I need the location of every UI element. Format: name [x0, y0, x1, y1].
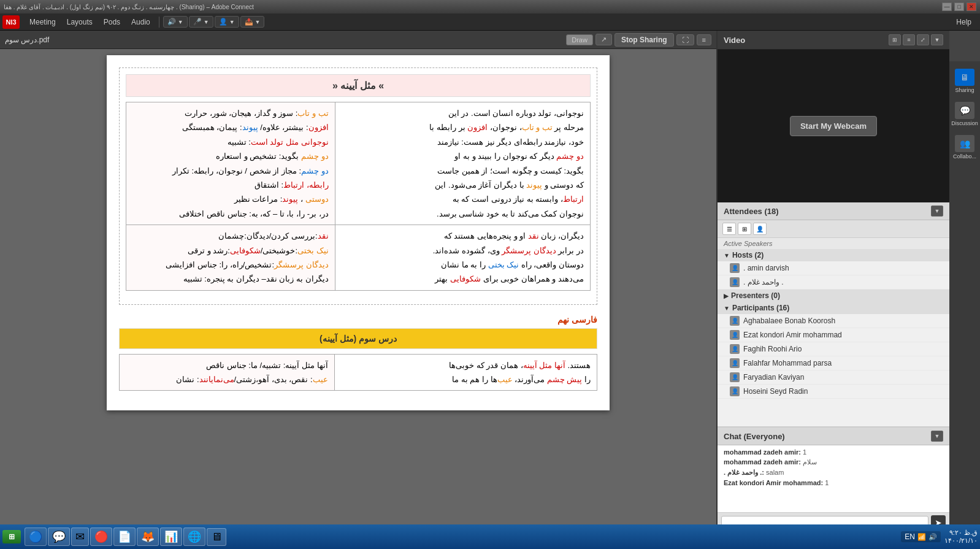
- taskbar-item-6[interactable]: 🦊: [137, 528, 159, 546]
- attendees-view-btn-2[interactable]: ⊞: [738, 223, 751, 235]
- avatar: 👤: [730, 386, 740, 396]
- person-toolbar-btn[interactable]: 👤 ▼: [215, 16, 239, 28]
- table-cell: آنها مثل آیینه: تشبیه/ ما: جناس ناقص عیب…: [120, 354, 335, 391]
- start-button[interactable]: ⊞: [2, 530, 21, 543]
- taskbar-item-5[interactable]: 📄: [113, 528, 136, 546]
- chat-sender: mohammad zadeh amir:: [724, 448, 801, 456]
- video-options-btn[interactable]: ▼: [931, 34, 943, 45]
- participant-name-6: Hoseini Seyd Radin: [743, 387, 808, 396]
- draw-button[interactable]: Draw: [566, 34, 593, 45]
- chat-text: salam: [766, 469, 784, 476]
- share-toolbar-btn[interactable]: 📤 ▼: [240, 16, 265, 28]
- participant-name-1: Aghabalaee Bonab Koorosh: [743, 317, 835, 325]
- avatar: 👤: [730, 277, 740, 287]
- video-expand-btn[interactable]: ⤢: [917, 34, 929, 45]
- start-webcam-button[interactable]: Start My Webcam: [790, 116, 877, 136]
- chat-message-4: Ezat kondori Amir mohammad: 1: [724, 479, 943, 486]
- pdf-filename: درس سوم.pdf: [5, 36, 564, 44]
- participant-item-2: 👤 Ezat kondori Amir mohammad: [718, 328, 949, 342]
- table-row: نوجوانی، تولد دوباره انسان است. در این م…: [126, 102, 591, 225]
- participant-name-3: Faghih Roohi Ario: [743, 345, 802, 353]
- taskbar-item-9[interactable]: 🖥: [207, 528, 226, 546]
- chat-messages: mohammad zadeh amir: 1 mohammad zadeh am…: [718, 445, 949, 512]
- right-icons-panel: 🖥 Sharing 💬 Discussion 👥 Collabo...: [949, 61, 980, 549]
- taskbar: ⊞ 🔵 💬 ✉ 🔴 📄 🦊 📊 🌐 🖥 EN 📶 🔊 ق.ظ ۹:۲۰ ۱۴۰۰…: [0, 524, 980, 549]
- attendees-view-btn-3[interactable]: 👤: [753, 223, 767, 235]
- table-cell: نوجوانی، تولد دوباره انسان است. در این م…: [335, 102, 590, 225]
- person-arrow-icon: ▼: [229, 19, 235, 25]
- audio-toolbar-btn[interactable]: 🔊 ▼: [163, 16, 188, 28]
- pdf-page-1: » مثل آیینه « نوجوانی، تولد دوباره انسان…: [107, 55, 610, 410]
- taskbar-clock: ق.ظ ۹:۲۰ ۱۴۰۰/۲۱/۱۰: [944, 529, 978, 545]
- participants-group-header[interactable]: ▼ Participants (16): [718, 302, 949, 314]
- discussion-icon: 💬: [955, 102, 974, 119]
- hosts-group-header[interactable]: ▼ Hosts (2): [718, 249, 949, 261]
- host-name-1: . amin darvish: [743, 264, 789, 272]
- attendees-options-btn[interactable]: ▼: [931, 205, 943, 217]
- avatar: 👤: [730, 358, 740, 368]
- pdf-viewer[interactable]: » مثل آیینه « نوجوانی، تولد دوباره انسان…: [0, 49, 716, 529]
- attendees-view-btn-1[interactable]: ☰: [722, 223, 736, 235]
- presenters-group-header[interactable]: ▶ Presenters (0): [718, 290, 949, 302]
- menu-bar: NI3 Meeting Layouts Pods Audio 🔊 ▼ 🎤 ▼ 👤…: [0, 13, 980, 31]
- taskbar-item-1[interactable]: 🔵: [25, 528, 47, 546]
- attendees-section: Attendees (18) ▼ ☰ ⊞ 👤 Active Speakers ▼…: [718, 202, 949, 426]
- participants-label: Participants (16): [732, 304, 789, 312]
- menu-layouts[interactable]: Layouts: [62, 16, 98, 28]
- sharing-icon-btn[interactable]: 🖥 Sharing: [952, 66, 977, 96]
- menu-meeting[interactable]: Meeting: [25, 16, 61, 28]
- mic-toolbar-btn[interactable]: 🎤 ▼: [189, 16, 213, 28]
- hosts-label: Hosts (2): [732, 251, 764, 259]
- section1-title: » مثل آیینه «: [126, 74, 591, 97]
- close-button[interactable]: ✕: [967, 2, 976, 11]
- network-icon: 📶: [917, 533, 926, 541]
- attendees-toolbar: ☰ ⊞ 👤: [718, 220, 949, 238]
- sharing-label: Sharing: [955, 87, 974, 93]
- menu-audio[interactable]: Audio: [126, 16, 155, 28]
- main-layout: درس سوم.pdf Draw ↗ Stop Sharing ⛶ ≡ » مث…: [0, 31, 980, 549]
- maximize-button[interactable]: □: [954, 2, 964, 11]
- section2-title-bar: درس سوم (مثل آیینه): [119, 328, 597, 349]
- video-list-btn[interactable]: ≡: [903, 34, 915, 45]
- active-speakers-label: Active Speakers: [718, 238, 949, 249]
- taskbar-item-2[interactable]: 💬: [48, 528, 70, 546]
- person-icon: 👤: [219, 18, 228, 26]
- pdf-toolbar: درس سوم.pdf Draw ↗ Stop Sharing ⛶ ≡: [0, 31, 716, 49]
- chat-options-btn[interactable]: ▼: [931, 431, 943, 442]
- table-cell: هستند. آنها مثل آیینه، همان قدر که خوبی‌…: [334, 354, 597, 391]
- menu-separator: [159, 17, 159, 28]
- minimize-button[interactable]: —: [942, 2, 952, 11]
- chat-sender: . واحمد غلام .:: [724, 469, 764, 476]
- menu-pods[interactable]: Pods: [99, 16, 125, 28]
- chat-header: Chat (Everyone) ▼: [718, 428, 949, 445]
- participant-item-5: 👤 Faryadian Kaviyan: [718, 370, 949, 385]
- discussion-icon-btn[interactable]: 💬 Discussion: [949, 99, 980, 129]
- avatar: 👤: [730, 330, 740, 340]
- speaker-icon: 🔊: [167, 18, 176, 26]
- avatar: 👤: [730, 344, 740, 354]
- taskbar-item-8[interactable]: 🌐: [183, 528, 205, 546]
- taskbar-item-4[interactable]: 🔴: [90, 528, 112, 546]
- chat-sender: Ezat kondori Amir mohammad:: [724, 479, 823, 486]
- video-controls: ⊞ ≡ ⤢ ▼: [889, 34, 943, 45]
- collabo-icon-btn[interactable]: 👥 Collabo...: [951, 132, 979, 162]
- presenters-arrow-icon: ▶: [724, 293, 729, 299]
- system-tray: EN 📶 🔊: [901, 531, 941, 542]
- taskbar-item-3[interactable]: ✉: [71, 528, 89, 546]
- chat-text: 1: [825, 479, 829, 486]
- chat-sender: mohammad zadeh amir:: [724, 458, 801, 466]
- video-grid-btn[interactable]: ⊞: [889, 34, 901, 45]
- options-button[interactable]: ≡: [697, 34, 711, 45]
- help-button[interactable]: Help: [950, 16, 978, 28]
- discussion-label: Discussion: [951, 120, 978, 126]
- participants-arrow-icon: ▼: [724, 305, 730, 312]
- host-item-2: 👤 . واحمد غلام .: [718, 275, 949, 290]
- stop-sharing-button[interactable]: Stop Sharing: [614, 33, 674, 47]
- fullscreen-button[interactable]: ⛶: [676, 34, 694, 45]
- taskbar-item-7[interactable]: 📊: [160, 528, 182, 546]
- clock-time: ق.ظ ۹:۲۰: [944, 529, 978, 537]
- taskbar-icon-5: 📄: [118, 530, 131, 543]
- arrow-tool-button[interactable]: ↗: [595, 34, 612, 45]
- attendees-list: ▼ Hosts (2) 👤 . amin darvish 👤 . واحمد غ…: [718, 249, 949, 426]
- taskbar-icon-2: 💬: [52, 530, 66, 543]
